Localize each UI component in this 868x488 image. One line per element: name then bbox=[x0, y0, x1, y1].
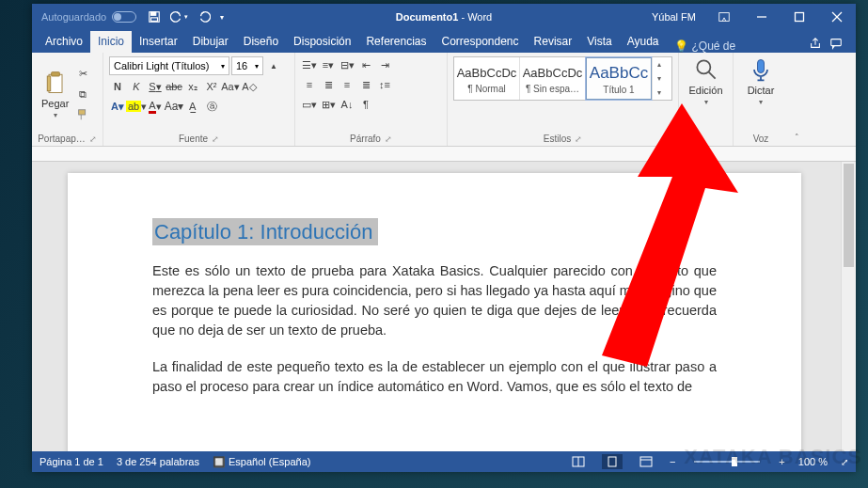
tab-inicio[interactable]: Inicio bbox=[90, 31, 132, 53]
find-button[interactable]: Edición ▾ bbox=[685, 56, 727, 106]
justify-icon[interactable]: ≣ bbox=[357, 76, 374, 93]
char-border-icon[interactable]: Aa▾ bbox=[166, 98, 182, 115]
scrollbar-vertical[interactable] bbox=[841, 162, 856, 451]
tab-archivo[interactable]: Archivo bbox=[38, 31, 90, 53]
align-left-icon[interactable]: ≡ bbox=[301, 76, 318, 93]
collapse-ribbon-icon[interactable]: ˄ bbox=[788, 53, 805, 146]
cut-icon[interactable]: ✂ bbox=[74, 65, 91, 82]
heading-1[interactable]: Capítulo 1: Introducción bbox=[152, 218, 378, 245]
read-mode-icon[interactable] bbox=[568, 454, 589, 469]
align-right-icon[interactable]: ≡ bbox=[339, 76, 355, 93]
tab-ayuda[interactable]: Ayuda bbox=[620, 31, 667, 53]
minimize-icon[interactable] bbox=[743, 4, 781, 30]
undo-icon[interactable]: ▾ bbox=[170, 10, 188, 24]
tab-insertar[interactable]: Insertar bbox=[132, 31, 185, 53]
tab-dibujar[interactable]: Dibujar bbox=[185, 31, 236, 53]
group-label-estilos: Estilos bbox=[544, 134, 571, 144]
decrease-indent-icon[interactable]: ⇤ bbox=[357, 56, 374, 73]
subscript-button[interactable]: x₂ bbox=[184, 78, 201, 95]
tab-referencias[interactable]: Referencias bbox=[358, 31, 434, 53]
svg-rect-14 bbox=[758, 60, 765, 73]
chevron-down-icon: ▾ bbox=[759, 98, 763, 106]
bullets-icon[interactable]: ☰▾ bbox=[301, 56, 318, 73]
ribbon-options-icon[interactable] bbox=[705, 4, 743, 30]
comments-icon[interactable] bbox=[829, 37, 843, 53]
strike-button[interactable]: abc bbox=[166, 78, 182, 95]
styles-gallery[interactable]: AaBbCcDc ¶ Normal AaBbCcDc ¶ Sin espa… A… bbox=[453, 56, 672, 101]
increase-indent-icon[interactable]: ⇥ bbox=[376, 56, 393, 73]
tab-revisar[interactable]: Revisar bbox=[527, 31, 580, 53]
launcher-icon[interactable]: ⤢ bbox=[212, 134, 219, 144]
tell-me[interactable]: 💡¿Qué de bbox=[674, 39, 736, 53]
chevron-down-icon: ▾ bbox=[704, 98, 708, 106]
text-effects-icon[interactable]: A▾ bbox=[109, 98, 126, 115]
group-label-parrafo: Párrafo bbox=[350, 134, 381, 144]
status-lang[interactable]: 🔲 Español (España) bbox=[213, 456, 311, 468]
bold-button[interactable]: N bbox=[109, 78, 126, 95]
status-page[interactable]: Página 1 de 1 bbox=[39, 456, 103, 467]
page[interactable]: Capítulo 1: Introducción Este es sólo un… bbox=[68, 173, 801, 451]
app-name: Word bbox=[467, 11, 492, 23]
tab-disposicion[interactable]: Disposición bbox=[286, 31, 358, 53]
paste-button[interactable]: Pegar ▾ bbox=[38, 56, 72, 132]
underline-button[interactable]: S▾ bbox=[147, 78, 164, 95]
dictate-button[interactable]: Dictar ▾ bbox=[739, 56, 782, 106]
scrollbar-thumb[interactable] bbox=[844, 164, 854, 267]
zoom-out-icon[interactable]: − bbox=[670, 456, 675, 467]
body-paragraph[interactable]: Este es sólo un texto de prueba para Xat… bbox=[152, 261, 717, 340]
launcher-icon[interactable]: ⤢ bbox=[89, 134, 97, 144]
style-titulo-1[interactable]: AaBbCc Título 1 bbox=[586, 57, 652, 100]
sort-icon[interactable]: A↓ bbox=[339, 96, 355, 113]
font-size-combo[interactable]: 16▾ bbox=[231, 56, 263, 75]
format-painter-icon[interactable] bbox=[74, 106, 91, 123]
circle-text-icon[interactable]: ⓐ bbox=[203, 98, 220, 115]
italic-button[interactable]: K bbox=[128, 78, 145, 95]
toggle-off-icon bbox=[112, 11, 136, 23]
clear-format-icon[interactable]: A◇ bbox=[241, 78, 258, 95]
autosave-toggle[interactable]: Autoguardado bbox=[41, 11, 136, 23]
show-marks-icon[interactable]: ¶ bbox=[357, 96, 374, 113]
body-paragraph[interactable]: La finalidad de este pequeño texto es la… bbox=[152, 357, 717, 397]
align-center-icon[interactable]: ≣ bbox=[320, 76, 337, 93]
grow-font-icon[interactable]: ▲ bbox=[265, 57, 282, 74]
print-layout-icon[interactable] bbox=[602, 454, 623, 469]
numbering-icon[interactable]: ≡▾ bbox=[320, 56, 337, 73]
style-sin-espaciado[interactable]: AaBbCcDc ¶ Sin espa… bbox=[520, 57, 586, 100]
line-spacing-icon[interactable]: ↕≡ bbox=[376, 76, 393, 93]
superscript-button[interactable]: X² bbox=[203, 78, 220, 95]
styles-scroll[interactable]: ▴▾▾ bbox=[652, 57, 665, 100]
save-icon[interactable] bbox=[148, 10, 161, 24]
launcher-icon[interactable]: ⤢ bbox=[385, 134, 392, 144]
tab-correspondencia[interactable]: Correspondenc bbox=[434, 31, 526, 53]
copy-icon[interactable]: ⧉ bbox=[74, 86, 91, 102]
launcher-icon[interactable]: ⤢ bbox=[575, 134, 582, 144]
change-case-button[interactable]: Aa▾ bbox=[222, 78, 239, 95]
tab-vista[interactable]: Vista bbox=[579, 31, 619, 53]
highlight-icon[interactable]: ab▾ bbox=[128, 98, 145, 115]
font-name-combo[interactable]: Calibri Light (Títulos) ▾ bbox=[109, 56, 229, 75]
svg-rect-2 bbox=[151, 18, 158, 22]
share-icon[interactable] bbox=[809, 37, 822, 53]
font-color-icon[interactable]: A▾ bbox=[147, 98, 164, 115]
word-window: Autoguardado ▾ ▾ Documento1 - Word Yúbal… bbox=[32, 4, 856, 472]
qat-customize-icon[interactable]: ▾ bbox=[220, 13, 224, 22]
multilevel-icon[interactable]: ⊟▾ bbox=[339, 56, 355, 73]
ruler[interactable] bbox=[32, 147, 856, 162]
group-label-voz: Voz bbox=[753, 134, 769, 144]
close-icon[interactable] bbox=[818, 4, 856, 30]
shading-icon[interactable]: ▭▾ bbox=[301, 96, 318, 113]
svg-rect-11 bbox=[47, 76, 51, 91]
borders-icon[interactable]: ⊞▾ bbox=[320, 96, 337, 113]
enclose-icon[interactable]: A̲ bbox=[184, 98, 201, 115]
group-fuente: Calibri Light (Títulos) ▾ 16▾ ▲ N K S▾ a… bbox=[103, 53, 295, 146]
redo-icon[interactable] bbox=[197, 10, 211, 24]
group-estilos: AaBbCcDc ¶ Normal AaBbCcDc ¶ Sin espa… A… bbox=[448, 53, 679, 146]
web-layout-icon[interactable] bbox=[636, 454, 656, 469]
user-name[interactable]: Yúbal FM bbox=[642, 11, 705, 23]
tab-diseno[interactable]: Diseño bbox=[236, 31, 286, 53]
status-words[interactable]: 3 de 254 palabras bbox=[117, 456, 199, 467]
maximize-icon[interactable] bbox=[781, 4, 818, 30]
svg-rect-5 bbox=[796, 13, 804, 22]
style-normal[interactable]: AaBbCcDc ¶ Normal bbox=[454, 57, 520, 100]
svg-rect-17 bbox=[608, 457, 616, 466]
